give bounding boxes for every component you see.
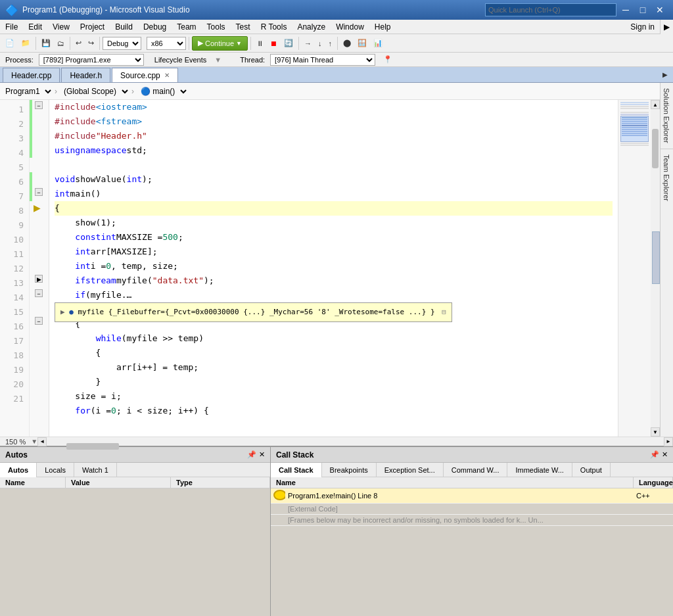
scroll-down-button[interactable]: ▼ (651, 427, 660, 437)
menu-test[interactable]: Test (231, 20, 256, 34)
tab-header-h[interactable]: Header.h (61, 68, 110, 82)
fold-14[interactable]: − (35, 289, 43, 297)
tab-scroll-right[interactable]: ▶ (660, 66, 670, 82)
tab-exception-settings[interactable]: Exception Set... (377, 463, 444, 477)
callstack-table: Name Language Program1.exe!main() Line 8… (271, 477, 673, 616)
tab-locals[interactable]: Locals (37, 463, 74, 477)
method-dropdown[interactable]: 🔵 main() (135, 83, 189, 99)
scroll-up-button[interactable]: ▲ (651, 100, 660, 109)
windows-button[interactable]: 🪟 (355, 36, 369, 51)
menu-file[interactable]: File (0, 20, 23, 34)
process-dropdown[interactable]: [7892] Program1.exe (39, 54, 144, 66)
menu-debug[interactable]: Debug (138, 20, 172, 34)
fold-1[interactable]: − (35, 101, 43, 109)
code-line-21: for (i = 0; i < size; i++) { (55, 404, 613, 418)
solution-explorer-tab[interactable]: Solution Explorer (661, 83, 673, 149)
redo-button[interactable]: ↪ (85, 36, 97, 51)
menu-build[interactable]: Build (110, 20, 138, 34)
menu-analyze[interactable]: Analyze (292, 20, 331, 34)
callstack-panel-header: Call Stack 📌 ✕ (271, 447, 673, 463)
autos-close-button[interactable]: ✕ (259, 450, 265, 459)
tab-callstack[interactable]: Call Stack (271, 463, 322, 477)
cs-name-header: Name (271, 477, 634, 488)
restart-button[interactable]: 🔄 (281, 36, 296, 51)
pin-thread-button[interactable]: 📍 (381, 52, 395, 68)
callstack-row-1[interactable]: [External Code] (271, 504, 673, 515)
tab-breakpoints[interactable]: Breakpoints (322, 463, 377, 477)
tab-bar: Header.cpp Header.h Source.cpp ✕ ▶ (0, 67, 673, 83)
zoom-level: 150 % (0, 438, 31, 446)
fold-7[interactable]: − (35, 188, 43, 196)
thread-dropdown[interactable]: [976] Main Thread (270, 54, 375, 66)
autos-panel-header: Autos 📌 ✕ (0, 447, 270, 463)
callstack-header: Name Language (271, 477, 673, 488)
menu-window[interactable]: Window (331, 20, 369, 34)
breakpoints-button[interactable]: ⬤ (340, 36, 354, 51)
step-out-button[interactable]: ↑ (325, 36, 335, 51)
fold-16[interactable]: − (35, 317, 43, 325)
code-content[interactable]: #include <iostream> #include <fstream> #… (49, 100, 618, 437)
save-all-button[interactable]: 🗂 (55, 36, 67, 51)
continue-button[interactable]: ▶ Continue ▼ (192, 36, 248, 51)
menu-view[interactable]: View (47, 20, 75, 34)
quick-launch-input[interactable] (485, 3, 616, 16)
scroll-thumb[interactable] (652, 129, 659, 168)
scroll-right-button[interactable]: ► (664, 437, 673, 446)
tab-close-icon[interactable]: ✕ (164, 72, 170, 79)
code-line-10: const int MAXSIZE = 500; (55, 230, 613, 245)
tab-output[interactable]: Output (572, 463, 611, 477)
tab-source-cpp[interactable]: Source.cpp ✕ (112, 68, 178, 82)
code-line-11: int arr[MAXSIZE]; (55, 245, 613, 259)
close-button[interactable]: ✕ (652, 3, 668, 16)
callstack-pin-button[interactable]: 📌 (650, 450, 659, 459)
line-numbers: 1 2 3 4 5 6 7 8 9 10 11 12 13 14 15 16 1 (0, 100, 30, 437)
menu-team[interactable]: Team (172, 20, 201, 34)
restore-button[interactable]: □ (635, 3, 651, 16)
vert-scrollbar[interactable]: ▲ ▼ (651, 100, 660, 437)
code-line-19: } (55, 375, 613, 389)
tab-command-window[interactable]: Command W... (444, 463, 508, 477)
platform-dropdown[interactable]: x86 (147, 37, 186, 50)
stop-button[interactable]: ⏹ (267, 36, 280, 51)
cs-row-lang-0: C++ (634, 490, 673, 501)
config-dropdown[interactable]: Debug (103, 37, 141, 50)
tab-autos[interactable]: Autos (0, 463, 37, 477)
tab-header-cpp[interactable]: Header.cpp (3, 68, 60, 82)
breadcrumb: Program1 › (Global Scope) › 🔵 main() (0, 83, 660, 100)
menu-help[interactable]: Help (369, 20, 396, 34)
callstack-row-0[interactable]: Program1.exe!main() Line 8 C++ (271, 488, 673, 504)
save-button[interactable]: 💾 (39, 36, 53, 51)
new-project-button[interactable]: 📄 (3, 36, 17, 51)
scope-dropdown[interactable]: (Global Scope) (58, 83, 130, 99)
undo-button[interactable]: ↩ (73, 36, 84, 51)
feedback-icon[interactable]: ▶ (660, 20, 673, 34)
current-line-arrow: ▶ (34, 202, 41, 213)
menu-tools[interactable]: Tools (202, 20, 231, 34)
callstack-close-button[interactable]: ✕ (662, 450, 668, 459)
menu-project[interactable]: Project (75, 20, 110, 34)
step-over-button[interactable]: → (302, 36, 314, 51)
thread-label: Thread: (240, 56, 265, 64)
minimize-button[interactable]: ─ (618, 3, 634, 16)
toolbar: 📄 📁 💾 🗂 ↩ ↪ Debug x86 ▶ Continue ▼ ⏸ ⏹ 🔄… (0, 34, 673, 53)
app-icon: 🔷 (5, 4, 18, 16)
menu-bar: File Edit View Project Build Debug Team … (0, 20, 673, 34)
scroll-left-button[interactable]: ◄ (37, 437, 47, 446)
callstack-row-2[interactable]: [Frames below may be incorrect and/or mi… (271, 515, 673, 526)
tab-watch1[interactable]: Watch 1 (74, 463, 117, 477)
pause-button[interactable]: ⏸ (254, 36, 266, 51)
tab-immediate-window[interactable]: Immediate W... (507, 463, 572, 477)
performance-button[interactable]: 📊 (371, 36, 385, 51)
step-into-button[interactable]: ↓ (315, 36, 325, 51)
sign-in-link[interactable]: Sign in (625, 22, 660, 32)
fold-13[interactable]: ▶ (35, 275, 43, 283)
col-type-header: Type (171, 477, 270, 488)
project-dropdown[interactable]: Program1 (0, 83, 53, 99)
team-explorer-tab[interactable]: Team Explorer (661, 149, 673, 206)
menu-rtools[interactable]: R Tools (256, 20, 292, 34)
horiz-scroll-thumb[interactable] (66, 443, 119, 450)
menu-edit[interactable]: Edit (23, 20, 47, 34)
autos-pin-button[interactable]: 📌 (247, 450, 256, 459)
side-panel: Solution Explorer Team Explorer (660, 83, 673, 437)
open-button[interactable]: 📁 (18, 36, 33, 51)
